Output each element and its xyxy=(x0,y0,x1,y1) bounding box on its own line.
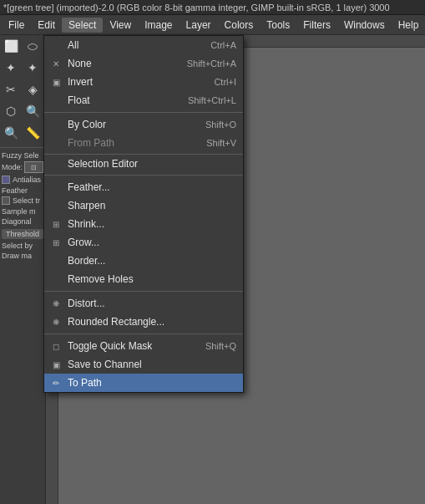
menu-select-grow[interactable]: ⊞ Grow... xyxy=(44,233,243,252)
select-tr-label: Select tr xyxy=(13,196,40,205)
distort-icon: ❋ xyxy=(49,299,63,308)
title-text: *[green tree] (imported)-2.0 (RGB color … xyxy=(3,3,390,13)
title-bar: *[green tree] (imported)-2.0 (RGB color … xyxy=(0,0,425,15)
menu-select-all-label: All xyxy=(68,39,78,51)
menu-image[interactable]: Image xyxy=(138,18,179,33)
menu-select-toggle-quick-mask-shortcut: Shift+Q xyxy=(205,341,236,351)
antialias-checkbox[interactable] xyxy=(2,176,10,184)
menu-select-none-label: None xyxy=(68,58,92,69)
threshold-label: Threshold xyxy=(2,229,43,239)
tool-rect-select[interactable]: ⬜ xyxy=(0,35,22,57)
mode-label: Mode: xyxy=(2,163,23,171)
tool-row-1: ⬜ ⬭ xyxy=(0,35,45,57)
menu-layer[interactable]: Layer xyxy=(180,18,218,33)
menu-select-border-label: Border... xyxy=(68,255,105,267)
menu-select-sharpen-label: Sharpen xyxy=(68,200,105,211)
menu-select-save-to-channel-label: Save to Channel xyxy=(68,359,142,370)
menu-select-invert-label: Invert xyxy=(68,76,93,88)
tool-paths[interactable]: ⬡ xyxy=(0,100,22,122)
select-dropdown-menu: All Ctrl+A ✕ None Shift+Ctrl+A ▣ Invert … xyxy=(43,35,244,393)
menu-select-none[interactable]: ✕ None Shift+Ctrl+A xyxy=(44,54,243,73)
mode-dropdown[interactable]: ⊡ xyxy=(24,161,43,173)
draw-ma-label: Draw ma xyxy=(2,252,43,260)
select-tr-checkbox[interactable] xyxy=(2,196,10,205)
menu-select[interactable]: Select xyxy=(62,18,103,33)
menu-select-to-path-label: To Path xyxy=(68,377,102,389)
menu-select-selection-editor-label: Selection Editor xyxy=(68,158,138,170)
menu-select-from-path-label: From Path xyxy=(68,137,114,149)
menu-select-by-color[interactable]: By Color Shift+O xyxy=(44,115,243,134)
tool-measure[interactable]: 📏 xyxy=(22,122,43,144)
mode-row: Mode: ⊡ xyxy=(2,161,43,173)
separator-3 xyxy=(44,291,243,292)
menu-file[interactable]: File xyxy=(2,18,31,33)
menu-select-none-shortcut: Shift+Ctrl+A xyxy=(187,59,236,69)
menu-select-float-shortcut: Shift+Ctrl+L xyxy=(188,95,236,105)
tool-ellipse-select[interactable]: ⬭ xyxy=(22,35,43,57)
menu-tools[interactable]: Tools xyxy=(260,18,296,33)
tool-color-picker[interactable]: 🔍 xyxy=(22,100,43,122)
menu-select-float[interactable]: Float Shift+Ctrl+L xyxy=(44,91,243,109)
tool-row-3: ✂ ◈ xyxy=(0,79,45,100)
menu-select-rounded-rectangle[interactable]: ❋ Rounded Rectangle... xyxy=(44,313,243,331)
select-by-label: Select by xyxy=(2,242,43,250)
menu-select-all[interactable]: All Ctrl+A xyxy=(44,36,243,54)
menu-select-border[interactable]: Border... xyxy=(44,252,243,270)
menu-select-toggle-quick-mask[interactable]: ◻ Toggle Quick Mask Shift+Q xyxy=(44,337,243,355)
menu-select-from-path[interactable]: From Path Shift+V xyxy=(44,134,243,152)
menu-select-save-to-channel[interactable]: ▣ Save to Channel xyxy=(44,355,243,374)
antialias-label: Antialias xyxy=(13,176,41,184)
shrink-icon: ⊞ xyxy=(49,220,63,229)
menu-select-shrink[interactable]: ⊞ Shrink... xyxy=(44,215,243,233)
menu-select-invert[interactable]: ▣ Invert Ctrl+I xyxy=(44,73,243,91)
select-tr-row: Select tr xyxy=(2,196,43,205)
menu-colors[interactable]: Colors xyxy=(218,18,261,33)
grow-icon: ⊞ xyxy=(49,238,63,247)
separator-2 xyxy=(44,175,243,176)
menu-select-grow-label: Grow... xyxy=(68,237,99,248)
quick-mask-icon: ◻ xyxy=(49,342,63,351)
tool-fuzzy-select[interactable]: ✦ xyxy=(22,57,43,79)
menu-select-by-color-label: By Color xyxy=(68,119,106,130)
menu-select-by-color-shortcut: Shift+O xyxy=(205,120,236,130)
diagonal-label: Diagonal xyxy=(2,217,43,226)
tool-row-4: ⬡ 🔍 xyxy=(0,100,45,122)
tool-foreground-select[interactable]: ◈ xyxy=(22,79,43,100)
menu-select-from-path-shortcut: Shift+V xyxy=(206,138,236,148)
toolbox: ⬜ ⬭ ✦ ✦ ✂ ◈ ⬡ 🔍 🔍 📏 Fuzzy Sele Mode: ⊡ A… xyxy=(0,35,46,504)
fuzzy-select-label: Fuzzy Sele xyxy=(2,151,43,160)
menu-select-feather-label: Feather... xyxy=(68,181,110,193)
separator-1 xyxy=(44,112,243,113)
menu-filters[interactable]: Filters xyxy=(296,18,337,33)
none-icon: ✕ xyxy=(49,59,63,69)
menu-select-distort-label: Distort... xyxy=(68,298,105,309)
menu-edit[interactable]: Edit xyxy=(31,18,62,33)
menu-select-selection-editor[interactable]: Selection Editor xyxy=(44,154,243,172)
menu-windows[interactable]: Windows xyxy=(337,18,392,33)
separator-4 xyxy=(44,333,243,334)
menu-select-rounded-rect-label: Rounded Rectangle... xyxy=(68,316,164,328)
menu-select-remove-holes[interactable]: Remove Holes xyxy=(44,270,243,288)
rounded-rect-icon: ❋ xyxy=(49,318,63,327)
to-path-icon: ✏ xyxy=(49,379,63,388)
menu-select-to-path[interactable]: ✏ To Path xyxy=(44,374,243,392)
menu-select-distort[interactable]: ❋ Distort... xyxy=(44,294,243,313)
tool-zoom[interactable]: 🔍 xyxy=(0,122,22,144)
menu-view[interactable]: View xyxy=(103,18,138,33)
menu-select-invert-shortcut: Ctrl+I xyxy=(214,77,236,87)
menu-help[interactable]: Help xyxy=(392,18,425,33)
menu-select-shrink-label: Shrink... xyxy=(68,218,104,230)
menu-select-remove-holes-label: Remove Holes xyxy=(68,273,134,285)
menu-select-all-shortcut: Ctrl+A xyxy=(210,40,236,50)
menu-bar: File Edit Select View Image Layer Colors… xyxy=(0,15,425,35)
menu-select-toggle-quick-mask-label: Toggle Quick Mask xyxy=(68,340,152,352)
tool-free-select[interactable]: ✦ xyxy=(0,57,22,79)
menu-select-feather[interactable]: Feather... xyxy=(44,178,243,196)
feather-label: Feather xyxy=(2,186,43,195)
sample-m-label: Sample m xyxy=(2,207,43,216)
tool-scissors[interactable]: ✂ xyxy=(0,79,22,100)
tool-row-5: 🔍 📏 xyxy=(0,122,45,144)
menu-select-sharpen[interactable]: Sharpen xyxy=(44,196,243,215)
antialias-row: Antialias xyxy=(2,176,43,184)
save-channel-icon: ▣ xyxy=(49,360,63,369)
